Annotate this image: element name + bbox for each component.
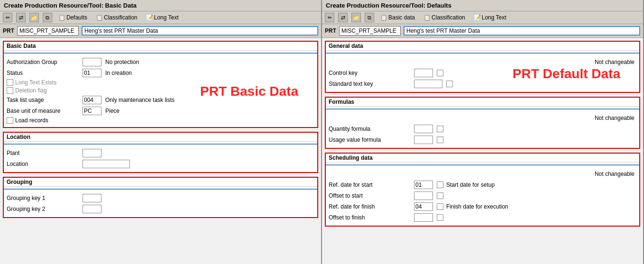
scheduling-form: Not changeable Ref. date for start Start… xyxy=(326,167,639,226)
control-key-input[interactable] xyxy=(414,69,433,77)
quantity-formula-input[interactable] xyxy=(414,125,433,133)
offset-start-checkbox[interactable] xyxy=(437,192,443,199)
long-text-button-right[interactable]: 📝 Long Text xyxy=(471,13,509,22)
location-title: Location xyxy=(4,133,317,142)
grouping-section: Grouping Grouping key 1 Grouping key 2 xyxy=(3,177,318,218)
offset-finish-input[interactable] xyxy=(414,213,433,222)
no-protection-value: No protection xyxy=(105,59,139,65)
prt-label-right: PRT xyxy=(325,27,336,34)
load-records-label: Load records xyxy=(15,117,48,124)
prt-desc-field-right[interactable] xyxy=(404,26,640,36)
offset-finish-checkbox[interactable] xyxy=(437,214,443,221)
base-unit-input[interactable] xyxy=(83,107,101,115)
basicdata-icon: 📋 xyxy=(380,14,387,21)
location-row: Location xyxy=(7,159,314,169)
copy2-icon[interactable]: ⧉ xyxy=(43,13,52,22)
prt-label-left: PRT xyxy=(3,27,14,34)
not-changeable-scheduling-row: Not changeable xyxy=(329,169,636,179)
grouping-key2-label: Grouping key 2 xyxy=(7,206,83,212)
standard-text-key-checkbox[interactable] xyxy=(446,81,453,87)
base-unit-desc: Piece xyxy=(105,108,120,114)
offset-start-row: Offset to start xyxy=(329,191,636,200)
classification-icon-right: 📋 xyxy=(423,14,431,21)
long-text-checkbox[interactable] xyxy=(7,79,13,86)
deletion-flag-label: Deletion flag xyxy=(15,87,47,94)
usage-value-formula-input[interactable] xyxy=(414,136,433,144)
task-list-row: Task list usage Only maintenance task li… xyxy=(7,95,314,105)
general-data-form: Not changeable Control key Standard text… xyxy=(326,55,639,92)
status-label: Status xyxy=(7,70,83,76)
copy2-icon-right[interactable]: ⧉ xyxy=(365,13,374,22)
copy-icon-right[interactable]: ⇄ xyxy=(338,13,348,22)
location-input[interactable] xyxy=(83,160,130,168)
auth-group-label: Authorization Group xyxy=(7,59,83,65)
copy-icon[interactable]: ⇄ xyxy=(16,13,26,22)
usage-value-formula-row: Usage value formula xyxy=(329,135,636,145)
auth-group-input[interactable] xyxy=(83,58,101,66)
plant-row: Plant xyxy=(7,148,314,158)
scheduling-title: Scheduling data xyxy=(326,154,639,163)
long-text-label: Long Text Exists xyxy=(15,79,56,86)
prt-desc-field-left[interactable] xyxy=(82,26,318,36)
quantity-formula-row: Quantity formula xyxy=(329,124,636,134)
ref-date-finish-label: Ref. date for finish xyxy=(329,203,414,210)
ref-date-finish-input[interactable] xyxy=(414,202,433,211)
grouping-title: Grouping xyxy=(4,178,317,187)
control-key-checkbox[interactable] xyxy=(437,70,443,76)
standard-text-key-row: Standard text key xyxy=(329,79,636,89)
task-list-desc: Only maintenance task lists xyxy=(105,97,175,103)
defaults-icon: 📋 xyxy=(58,14,65,21)
status-input[interactable] xyxy=(83,69,101,77)
classification-button-right[interactable]: 📋 Classification xyxy=(421,13,468,22)
quantity-formula-checkbox[interactable] xyxy=(437,126,443,132)
prt-id-field-right[interactable] xyxy=(339,26,401,36)
left-toolbar: ✏ ⇄ 📁 ⧉ 📋 Defaults 📋 Classification 📝 Lo… xyxy=(0,11,321,24)
deletion-flag-row: Deletion flag xyxy=(7,87,314,94)
ref-date-start-input[interactable] xyxy=(414,181,433,189)
grouping-key1-input[interactable] xyxy=(83,194,101,202)
ref-date-start-row: Ref. date for start Start date for setup xyxy=(329,180,636,190)
ref-date-start-checkbox[interactable] xyxy=(437,182,443,188)
offset-start-input[interactable] xyxy=(414,191,433,200)
standard-text-key-input[interactable] xyxy=(414,80,442,88)
location-form: Plant Location xyxy=(4,146,317,172)
right-header: PRT xyxy=(322,24,643,38)
left-content: Basic Data Authorization Group No protec… xyxy=(0,38,321,264)
grouping-key2-input[interactable] xyxy=(83,205,101,213)
formulas-title: Formulas xyxy=(326,98,639,107)
not-changeable-header-row: Not changeable xyxy=(329,57,636,67)
ref-date-finish-checkbox[interactable] xyxy=(437,203,443,210)
formulas-form: Not changeable Quantity formula Usage va… xyxy=(326,111,639,148)
scheduling-section: Scheduling data Not changeable Ref. date… xyxy=(325,153,640,227)
defaults-button[interactable]: 📋 Defaults xyxy=(56,13,90,22)
offset-start-label: Offset to start xyxy=(329,192,414,199)
folder-icon[interactable]: 📁 xyxy=(29,13,39,22)
in-creation-value: In creation xyxy=(105,70,132,76)
deletion-flag-checkbox[interactable] xyxy=(7,87,13,94)
usage-value-formula-label: Usage value formula xyxy=(329,137,414,143)
pencil-icon-right[interactable]: ✏ xyxy=(325,13,334,22)
usage-value-formula-checkbox[interactable] xyxy=(437,137,443,143)
pencil-icon[interactable]: ✏ xyxy=(3,13,12,22)
plant-input[interactable] xyxy=(83,149,101,157)
load-records-row: Load records xyxy=(7,117,314,124)
location-section: Location Plant Location xyxy=(3,132,318,173)
standard-text-key-label: Standard text key xyxy=(329,81,414,87)
base-unit-label: Base unit of measure xyxy=(7,108,83,114)
folder-icon-right[interactable]: 📁 xyxy=(351,13,361,22)
general-data-section: General data Not changeable Control key … xyxy=(325,41,640,93)
prt-id-field-left[interactable] xyxy=(17,26,79,36)
offset-finish-row: Offset to finish xyxy=(329,213,636,222)
formulas-section: Formulas Not changeable Quantity formula… xyxy=(325,97,640,149)
task-list-input[interactable] xyxy=(83,96,101,104)
not-changeable-label-scheduling: Not changeable xyxy=(482,171,637,177)
classification-button[interactable]: 📋 Classification xyxy=(93,13,140,22)
basic-data-button[interactable]: 📋 Basic data xyxy=(378,13,417,22)
right-toolbar: ✏ ⇄ 📁 ⧉ 📋 Basic data 📋 Classification 📝 … xyxy=(322,11,643,24)
long-text-button[interactable]: 📝 Long Text xyxy=(144,13,181,22)
auth-group-row: Authorization Group No protection xyxy=(7,57,314,67)
left-header: PRT xyxy=(0,24,321,38)
load-records-checkbox[interactable] xyxy=(7,117,13,124)
control-key-label: Control key xyxy=(329,70,414,76)
long-text-exists-row: Long Text Exists xyxy=(7,79,314,86)
